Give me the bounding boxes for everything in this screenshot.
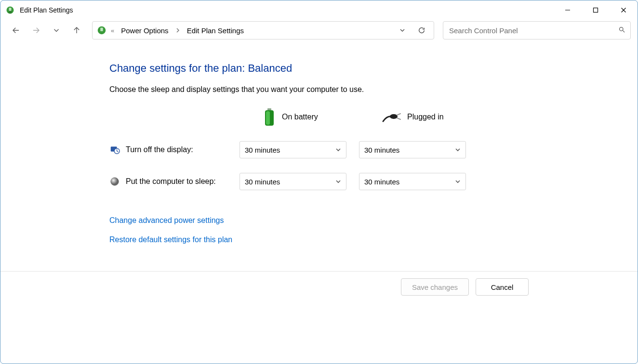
minimize-button[interactable] [554,0,582,20]
content-area: Change settings for the plan: Balanced C… [0,44,638,244]
svg-point-16 [390,114,398,119]
control-panel-icon [5,5,15,15]
breadcrumb-separator-icon [174,27,181,34]
sleep-plugged-value: 30 minutes [364,178,399,186]
page-subtext: Choose the sleep and display settings th… [109,85,638,94]
display-plugged-combo[interactable]: 30 minutes [359,141,466,158]
address-bar[interactable]: « Power Options Edit Plan Settings [92,21,434,39]
row-sleep-label: Put the computer to sleep: [126,177,216,186]
column-header-battery-label: On battery [282,113,318,121]
moon-icon [109,176,120,187]
column-header-battery: On battery [239,107,359,127]
display-timer-icon [109,144,120,155]
svg-point-11 [620,27,624,31]
svg-line-12 [623,30,625,32]
svg-point-23 [111,178,119,186]
search-box[interactable] [443,21,631,39]
svg-line-18 [397,118,400,119]
display-plugged-value: 30 minutes [364,146,399,154]
up-button[interactable] [68,22,85,39]
svg-rect-1 [9,8,12,11]
footer: Save changes Cancel [0,271,638,296]
settings-grid: On battery Plugged in Turn off the displ… [109,107,638,190]
recent-locations-button[interactable] [48,22,65,39]
sleep-battery-combo[interactable]: 30 minutes [239,173,346,190]
cancel-button[interactable]: Cancel [476,278,529,296]
back-button[interactable] [7,22,25,39]
links-area: Change advanced power settings Restore d… [109,216,638,244]
save-button-label: Save changes [412,283,458,291]
plug-icon [382,111,401,123]
svg-line-17 [397,114,400,115]
sleep-battery-value: 30 minutes [245,178,280,186]
power-options-icon [96,25,107,36]
display-battery-combo[interactable]: 30 minutes [239,141,346,158]
display-battery-value: 30 minutes [245,146,280,154]
page-title: Change settings for the plan: Balanced [109,62,638,75]
search-icon [618,26,625,35]
forward-button[interactable] [27,22,45,39]
maximize-button[interactable] [582,0,610,20]
chevron-down-icon [455,146,461,154]
nav-row: « Power Options Edit Plan Settings [0,20,638,44]
address-history-button[interactable] [394,22,411,39]
row-turn-off-display: Turn off the display: [109,144,239,155]
row-sleep: Put the computer to sleep: [109,176,239,187]
restore-defaults-link[interactable]: Restore default settings for this plan [109,235,232,244]
close-button[interactable] [610,0,638,20]
svg-rect-3 [594,8,598,13]
battery-icon [263,107,276,127]
cancel-button-label: Cancel [491,283,514,291]
breadcrumb-power-options[interactable]: Power Options [118,25,171,37]
refresh-button[interactable] [413,22,430,39]
column-header-plugged-label: Plugged in [407,113,444,121]
column-header-plugged: Plugged in [359,111,478,123]
breadcrumb-root-chevron-icon[interactable]: « [110,27,115,34]
breadcrumb-edit-plan[interactable]: Edit Plan Settings [184,25,247,37]
chevron-down-icon [455,178,461,186]
chevron-down-icon [335,178,341,186]
save-button[interactable]: Save changes [401,278,469,296]
svg-rect-15 [266,111,270,125]
window-title: Edit Plan Settings [20,6,73,14]
titlebar: Edit Plan Settings [0,0,638,20]
row-turn-off-display-label: Turn off the display: [126,145,193,154]
search-input[interactable] [448,26,618,35]
advanced-settings-link[interactable]: Change advanced power settings [109,216,224,225]
sleep-plugged-combo[interactable]: 30 minutes [359,173,466,190]
svg-rect-10 [100,28,103,31]
chevron-down-icon [335,146,341,154]
